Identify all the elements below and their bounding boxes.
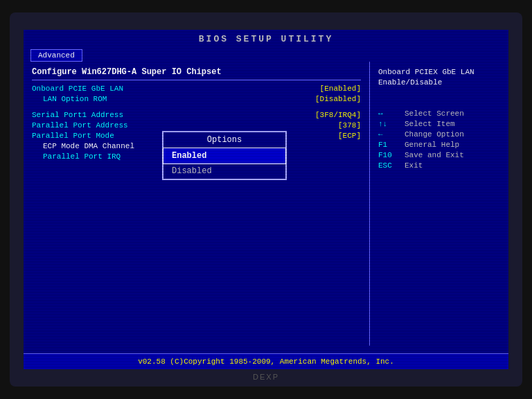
key-row: ↔ Select Screen [378, 109, 500, 118]
option-label: Parallel Port Address [32, 121, 128, 130]
key-name: ESC [378, 161, 399, 170]
option-label: Onboard PCIE GbE LAN [32, 85, 123, 93]
key-desc: Select Screen [405, 109, 464, 118]
help-keys: ↔ Select Screen ↑↓ Select Item ← Change … [378, 109, 500, 170]
key-row: F10 Save and Exit [378, 151, 500, 159]
table-row[interactable]: Parallel Port Address [378] [32, 121, 361, 130]
option-label: Serial Port1 Address [32, 111, 123, 119]
popup-title: Options [163, 132, 285, 148]
content-area: Configure Win627DHG-A Super IO Chipset O… [24, 62, 508, 346]
option-value: [Disabled] [315, 95, 361, 103]
key-desc: Save and Exit [405, 151, 464, 159]
monitor-outer: BIOS SETUP UTILITY Advanced Configure Wi… [10, 12, 522, 387]
option-value: [378] [338, 121, 361, 130]
key-name: ↔ [378, 109, 399, 118]
right-panel: Onboard PCIEX GbE LAN Enable/Disable ↔ S… [370, 62, 508, 346]
advanced-tab[interactable]: Advanced [30, 49, 82, 62]
key-desc: Select Item [405, 120, 455, 128]
options-popup: Options Enabled Disabled [162, 131, 287, 180]
key-desc: General Help [405, 141, 459, 149]
left-panel: Configure Win627DHG-A Super IO Chipset O… [24, 62, 370, 346]
option-label: ECP Mode DMA Channel [32, 142, 134, 150]
table-row[interactable]: Serial Port1 Address [3F8/IRQ4] [32, 111, 361, 119]
option-value: [Enabled] [320, 85, 361, 93]
table-row[interactable]: Onboard PCIE GbE LAN [Enabled] [32, 85, 361, 93]
option-value: [3F8/IRQ4] [315, 111, 361, 119]
tab-bar: Advanced [24, 47, 508, 62]
key-name: ← [378, 130, 399, 139]
popup-item-disabled[interactable]: Disabled [163, 163, 285, 179]
right-panel-title: Onboard PCIEX GbE LAN Enable/Disable [378, 67, 500, 89]
footer: v02.58 (C)Copyright 1985-2009, American … [24, 353, 508, 369]
key-name: F10 [378, 151, 399, 159]
table-row[interactable]: LAN Option ROM [Disabled] [32, 95, 361, 103]
option-label: Parallel Port IRQ [32, 152, 121, 161]
option-value: [ECP] [338, 132, 361, 140]
key-name: ↑↓ [378, 120, 399, 128]
key-row: ↑↓ Select Item [378, 120, 500, 128]
key-row: F1 General Help [378, 141, 500, 149]
option-label: Parallel Port Mode [32, 132, 114, 140]
option-label: LAN Option ROM [32, 95, 107, 103]
key-desc: Change Option [405, 130, 464, 139]
popup-item-enabled[interactable]: Enabled [163, 148, 285, 163]
popup-box: Options Enabled Disabled [162, 131, 287, 180]
bios-title: BIOS SETUP UTILITY [24, 30, 508, 47]
bios-screen: BIOS SETUP UTILITY Advanced Configure Wi… [24, 30, 508, 369]
key-name: F1 [378, 141, 399, 149]
key-row: ESC Exit [378, 161, 500, 170]
section-title: Configure Win627DHG-A Super IO Chipset [32, 67, 361, 80]
key-row: ← Change Option [378, 130, 500, 139]
monitor-brand: DEXP [253, 373, 279, 381]
key-desc: Exit [405, 161, 423, 170]
